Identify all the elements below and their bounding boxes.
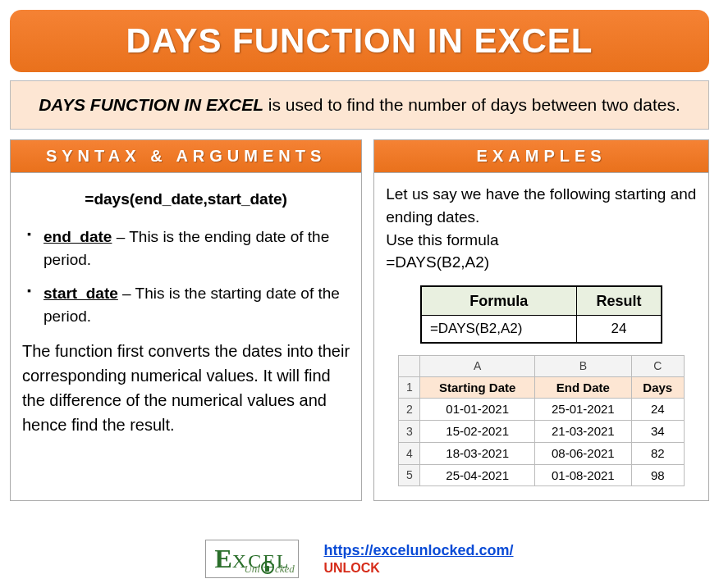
- grid-cell: 34: [631, 421, 684, 443]
- examples-header: EXAMPLES: [373, 139, 709, 173]
- fr-result-cell: 24: [576, 315, 662, 343]
- fr-header-formula: Formula: [421, 286, 576, 316]
- syntax-body: =days(end_date,start_date) end_date – Th…: [10, 173, 362, 501]
- excel-grid: A B C 1 Starting Date End Date Days 2 01…: [398, 355, 684, 486]
- logo-unlocked-text: Unlcked: [244, 559, 294, 576]
- grid-datahead: End Date: [534, 376, 631, 399]
- intro-strong: DAYS FUNCTION IN EXCEL: [39, 95, 263, 114]
- grid-cell: 01-08-2021: [534, 464, 631, 486]
- logo-letter-e: E: [214, 544, 231, 574]
- grid-cell: 24: [631, 399, 684, 421]
- grid-cell: 08-06-2021: [534, 442, 631, 464]
- examples-intro-line: Let us say we have the following startin…: [386, 183, 697, 228]
- argument-name: start_date: [44, 285, 118, 302]
- title-bar: DAYS FUNCTION IN EXCEL: [10, 10, 709, 72]
- grid-cell: 01-01-2021: [420, 399, 535, 421]
- intro-rest: is used to find the number of days betwe…: [263, 95, 680, 114]
- grid-cell: 25-04-2021: [420, 464, 535, 486]
- page-title: DAYS FUNCTION IN EXCEL: [18, 21, 701, 61]
- examples-intro-formula: =DAYS(B2,A2): [386, 251, 697, 274]
- grid-cell: 98: [631, 464, 684, 486]
- grid-colhead: B: [534, 356, 631, 376]
- argument-list: end_date – This is the ending date of th…: [22, 226, 350, 327]
- argument-item: start_date – This is the starting date o…: [25, 282, 350, 327]
- grid-cell: 21-03-2021: [534, 421, 631, 443]
- examples-column: EXAMPLES Let us say we have the followin…: [373, 139, 709, 501]
- formula-result-table: Formula Result =DAYS(B2,A2) 24: [420, 285, 662, 344]
- footer-link[interactable]: https://excelunlocked.com/: [323, 542, 513, 558]
- grid-corner: [399, 356, 420, 376]
- argument-item: end_date – This is the ending date of th…: [25, 226, 350, 271]
- grid-colhead: C: [631, 356, 684, 376]
- lock-icon: [261, 561, 274, 574]
- footer: EXCEL Unlcked https://excelunlocked.com/…: [0, 540, 719, 578]
- fr-formula-cell: =DAYS(B2,A2): [421, 315, 576, 343]
- grid-datahead: Days: [631, 376, 684, 399]
- grid-cell: 15-02-2021: [420, 421, 535, 443]
- syntax-header: SYNTAX & ARGUMENTS: [10, 139, 362, 173]
- argument-name: end_date: [44, 228, 112, 245]
- examples-intro-line: Use this formula: [386, 229, 697, 252]
- grid-rowhead: 4: [399, 442, 420, 464]
- grid-colhead: A: [420, 356, 535, 376]
- grid-rowhead: 5: [399, 464, 420, 486]
- syntax-explanation: The function first converts the dates in…: [22, 339, 350, 437]
- grid-cell: 82: [631, 442, 684, 464]
- examples-intro: Let us say we have the following startin…: [386, 183, 697, 273]
- examples-body: Let us say we have the following startin…: [373, 173, 709, 501]
- syntax-formula: =days(end_date,start_date): [22, 188, 350, 211]
- footer-link-block: https://excelunlocked.com/ UNLOCK: [323, 542, 513, 576]
- grid-datahead: Starting Date: [420, 376, 535, 399]
- syntax-column: SYNTAX & ARGUMENTS =days(end_date,start_…: [10, 139, 362, 501]
- grid-rowhead: 2: [399, 399, 420, 421]
- grid-cell: 25-01-2021: [534, 399, 631, 421]
- grid-rowhead: 3: [399, 421, 420, 443]
- grid-cell: 18-03-2021: [420, 442, 535, 464]
- columns: SYNTAX & ARGUMENTS =days(end_date,start_…: [10, 139, 709, 501]
- grid-rowhead: 1: [399, 376, 420, 399]
- footer-unlock-text: UNLOCK: [323, 561, 513, 576]
- intro-box: DAYS FUNCTION IN EXCEL is used to find t…: [10, 80, 709, 130]
- logo: EXCEL Unlcked: [205, 540, 299, 578]
- fr-header-result: Result: [576, 286, 662, 316]
